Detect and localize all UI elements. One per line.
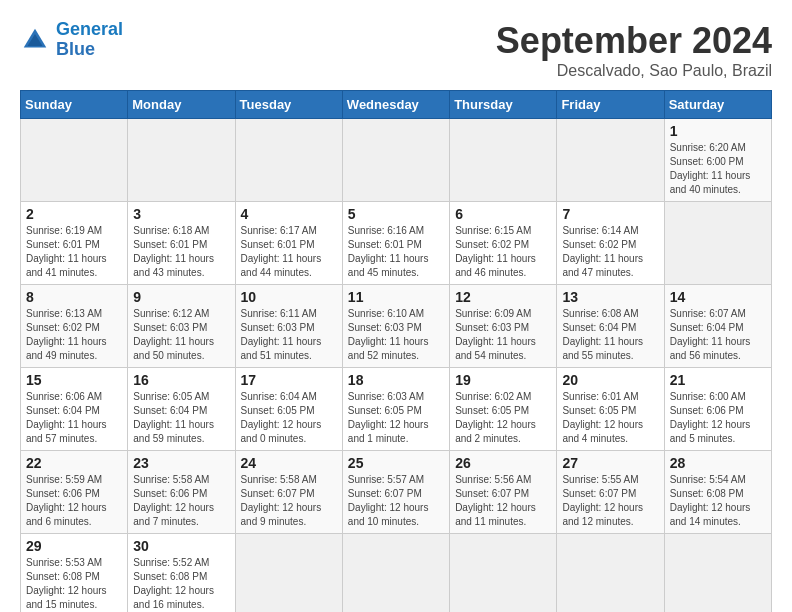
- calendar-cell: 16Sunrise: 6:05 AMSunset: 6:04 PMDayligh…: [128, 368, 235, 451]
- day-info: Sunrise: 5:52 AMSunset: 6:08 PMDaylight:…: [133, 556, 229, 612]
- calendar-table: SundayMondayTuesdayWednesdayThursdayFrid…: [20, 90, 772, 612]
- day-info: Sunrise: 6:10 AMSunset: 6:03 PMDaylight:…: [348, 307, 444, 363]
- day-number: 22: [26, 455, 122, 471]
- calendar-cell: 17Sunrise: 6:04 AMSunset: 6:05 PMDayligh…: [235, 368, 342, 451]
- calendar-cell: 15Sunrise: 6:06 AMSunset: 6:04 PMDayligh…: [21, 368, 128, 451]
- day-info: Sunrise: 6:02 AMSunset: 6:05 PMDaylight:…: [455, 390, 551, 446]
- column-header-monday: Monday: [128, 91, 235, 119]
- calendar-cell: 14Sunrise: 6:07 AMSunset: 6:04 PMDayligh…: [664, 285, 771, 368]
- day-info: Sunrise: 6:09 AMSunset: 6:03 PMDaylight:…: [455, 307, 551, 363]
- day-number: 1: [670, 123, 766, 139]
- calendar-week-row: 15Sunrise: 6:06 AMSunset: 6:04 PMDayligh…: [21, 368, 772, 451]
- day-info: Sunrise: 5:53 AMSunset: 6:08 PMDaylight:…: [26, 556, 122, 612]
- calendar-cell: 11Sunrise: 6:10 AMSunset: 6:03 PMDayligh…: [342, 285, 449, 368]
- day-info: Sunrise: 6:18 AMSunset: 6:01 PMDaylight:…: [133, 224, 229, 280]
- day-number: 28: [670, 455, 766, 471]
- day-number: 26: [455, 455, 551, 471]
- calendar-cell: 7Sunrise: 6:14 AMSunset: 6:02 PMDaylight…: [557, 202, 664, 285]
- day-info: Sunrise: 6:20 AMSunset: 6:00 PMDaylight:…: [670, 141, 766, 197]
- logo-icon: [20, 25, 50, 55]
- day-number: 15: [26, 372, 122, 388]
- calendar-cell: 27Sunrise: 5:55 AMSunset: 6:07 PMDayligh…: [557, 451, 664, 534]
- calendar-header-row: SundayMondayTuesdayWednesdayThursdayFrid…: [21, 91, 772, 119]
- calendar-cell: 25Sunrise: 5:57 AMSunset: 6:07 PMDayligh…: [342, 451, 449, 534]
- calendar-cell: 12Sunrise: 6:09 AMSunset: 6:03 PMDayligh…: [450, 285, 557, 368]
- day-number: 12: [455, 289, 551, 305]
- day-number: 3: [133, 206, 229, 222]
- day-number: 24: [241, 455, 337, 471]
- calendar-week-row: 2Sunrise: 6:19 AMSunset: 6:01 PMDaylight…: [21, 202, 772, 285]
- day-info: Sunrise: 6:05 AMSunset: 6:04 PMDaylight:…: [133, 390, 229, 446]
- calendar-cell: 2Sunrise: 6:19 AMSunset: 6:01 PMDaylight…: [21, 202, 128, 285]
- day-number: 5: [348, 206, 444, 222]
- calendar-cell: [664, 202, 771, 285]
- calendar-cell: 26Sunrise: 5:56 AMSunset: 6:07 PMDayligh…: [450, 451, 557, 534]
- calendar-cell: [557, 534, 664, 613]
- month-title: September 2024: [496, 20, 772, 62]
- calendar-cell: 20Sunrise: 6:01 AMSunset: 6:05 PMDayligh…: [557, 368, 664, 451]
- calendar-cell: [450, 534, 557, 613]
- day-info: Sunrise: 6:17 AMSunset: 6:01 PMDaylight:…: [241, 224, 337, 280]
- column-header-tuesday: Tuesday: [235, 91, 342, 119]
- calendar-cell: [342, 534, 449, 613]
- calendar-cell: [342, 119, 449, 202]
- calendar-cell: 8Sunrise: 6:13 AMSunset: 6:02 PMDaylight…: [21, 285, 128, 368]
- column-header-sunday: Sunday: [21, 91, 128, 119]
- day-number: 16: [133, 372, 229, 388]
- column-header-thursday: Thursday: [450, 91, 557, 119]
- day-info: Sunrise: 6:11 AMSunset: 6:03 PMDaylight:…: [241, 307, 337, 363]
- day-number: 30: [133, 538, 229, 554]
- day-info: Sunrise: 6:15 AMSunset: 6:02 PMDaylight:…: [455, 224, 551, 280]
- day-number: 29: [26, 538, 122, 554]
- day-number: 21: [670, 372, 766, 388]
- day-info: Sunrise: 6:07 AMSunset: 6:04 PMDaylight:…: [670, 307, 766, 363]
- day-number: 8: [26, 289, 122, 305]
- day-number: 25: [348, 455, 444, 471]
- calendar-cell: 24Sunrise: 5:58 AMSunset: 6:07 PMDayligh…: [235, 451, 342, 534]
- day-number: 10: [241, 289, 337, 305]
- day-number: 14: [670, 289, 766, 305]
- calendar-cell: 9Sunrise: 6:12 AMSunset: 6:03 PMDaylight…: [128, 285, 235, 368]
- day-info: Sunrise: 6:06 AMSunset: 6:04 PMDaylight:…: [26, 390, 122, 446]
- day-number: 4: [241, 206, 337, 222]
- day-number: 9: [133, 289, 229, 305]
- calendar-cell: [235, 119, 342, 202]
- day-number: 7: [562, 206, 658, 222]
- logo: General Blue: [20, 20, 123, 60]
- calendar-cell: 23Sunrise: 5:58 AMSunset: 6:06 PMDayligh…: [128, 451, 235, 534]
- calendar-week-row: 1Sunrise: 6:20 AMSunset: 6:00 PMDaylight…: [21, 119, 772, 202]
- day-info: Sunrise: 5:56 AMSunset: 6:07 PMDaylight:…: [455, 473, 551, 529]
- day-info: Sunrise: 5:59 AMSunset: 6:06 PMDaylight:…: [26, 473, 122, 529]
- calendar-cell: 5Sunrise: 6:16 AMSunset: 6:01 PMDaylight…: [342, 202, 449, 285]
- column-header-wednesday: Wednesday: [342, 91, 449, 119]
- calendar-cell: 29Sunrise: 5:53 AMSunset: 6:08 PMDayligh…: [21, 534, 128, 613]
- day-info: Sunrise: 6:19 AMSunset: 6:01 PMDaylight:…: [26, 224, 122, 280]
- calendar-cell: 10Sunrise: 6:11 AMSunset: 6:03 PMDayligh…: [235, 285, 342, 368]
- calendar-cell: 18Sunrise: 6:03 AMSunset: 6:05 PMDayligh…: [342, 368, 449, 451]
- day-number: 18: [348, 372, 444, 388]
- day-info: Sunrise: 6:00 AMSunset: 6:06 PMDaylight:…: [670, 390, 766, 446]
- day-number: 20: [562, 372, 658, 388]
- day-number: 23: [133, 455, 229, 471]
- day-info: Sunrise: 5:55 AMSunset: 6:07 PMDaylight:…: [562, 473, 658, 529]
- calendar-cell: [664, 534, 771, 613]
- calendar-cell: 1Sunrise: 6:20 AMSunset: 6:00 PMDaylight…: [664, 119, 771, 202]
- page-header: General Blue September 2024 Descalvado, …: [20, 20, 772, 80]
- day-info: Sunrise: 6:03 AMSunset: 6:05 PMDaylight:…: [348, 390, 444, 446]
- day-info: Sunrise: 6:08 AMSunset: 6:04 PMDaylight:…: [562, 307, 658, 363]
- logo-text: General Blue: [56, 20, 123, 60]
- calendar-cell: 30Sunrise: 5:52 AMSunset: 6:08 PMDayligh…: [128, 534, 235, 613]
- day-number: 11: [348, 289, 444, 305]
- day-info: Sunrise: 6:01 AMSunset: 6:05 PMDaylight:…: [562, 390, 658, 446]
- day-number: 2: [26, 206, 122, 222]
- day-number: 27: [562, 455, 658, 471]
- day-number: 19: [455, 372, 551, 388]
- day-number: 6: [455, 206, 551, 222]
- column-header-friday: Friday: [557, 91, 664, 119]
- calendar-cell: 19Sunrise: 6:02 AMSunset: 6:05 PMDayligh…: [450, 368, 557, 451]
- calendar-week-row: 8Sunrise: 6:13 AMSunset: 6:02 PMDaylight…: [21, 285, 772, 368]
- calendar-cell: 13Sunrise: 6:08 AMSunset: 6:04 PMDayligh…: [557, 285, 664, 368]
- calendar-cell: [557, 119, 664, 202]
- day-number: 17: [241, 372, 337, 388]
- calendar-cell: 4Sunrise: 6:17 AMSunset: 6:01 PMDaylight…: [235, 202, 342, 285]
